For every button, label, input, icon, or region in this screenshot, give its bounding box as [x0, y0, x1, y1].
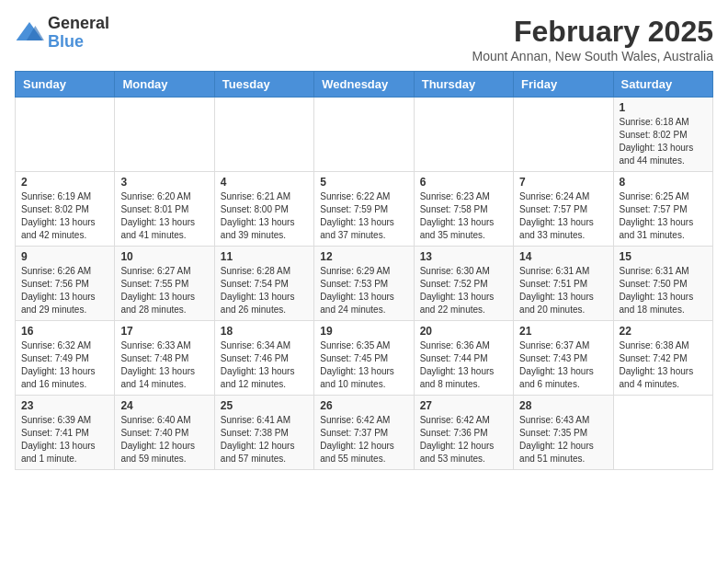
weekday-header-friday: Friday [514, 72, 613, 98]
day-info: Sunrise: 6:33 AM Sunset: 7:48 PM Dayligh… [120, 339, 208, 391]
day-number: 8 [620, 176, 707, 189]
day-number: 22 [620, 325, 707, 338]
logo: General Blue [15, 15, 109, 52]
day-number: 9 [21, 250, 108, 263]
week-row-3: 9Sunrise: 6:26 AM Sunset: 7:56 PM Daylig… [16, 247, 713, 321]
day-info: Sunrise: 6:18 AM Sunset: 8:02 PM Dayligh… [620, 116, 707, 167]
calendar-cell: 6Sunrise: 6:23 AM Sunset: 7:58 PM Daylig… [414, 172, 513, 247]
calendar-cell: 14Sunrise: 6:31 AM Sunset: 7:51 PM Dayli… [514, 247, 613, 321]
day-number: 18 [221, 325, 308, 338]
weekday-header-sunday: Sunday [16, 72, 115, 98]
calendar-cell: 27Sunrise: 6:42 AM Sunset: 7:36 PM Dayli… [414, 396, 513, 470]
calendar-cell: 24Sunrise: 6:40 AM Sunset: 7:40 PM Dayli… [115, 396, 214, 470]
weekday-header-row: SundayMondayTuesdayWednesdayThursdayFrid… [16, 72, 713, 98]
calendar-cell: 3Sunrise: 6:20 AM Sunset: 8:01 PM Daylig… [115, 172, 214, 247]
day-number: 1 [620, 101, 707, 114]
day-info: Sunrise: 6:19 AM Sunset: 8:02 PM Dayligh… [21, 190, 108, 242]
calendar-cell: 17Sunrise: 6:33 AM Sunset: 7:48 PM Dayli… [115, 321, 214, 396]
week-row-2: 2Sunrise: 6:19 AM Sunset: 8:02 PM Daylig… [16, 172, 713, 247]
calendar-cell: 2Sunrise: 6:19 AM Sunset: 8:02 PM Daylig… [16, 172, 115, 247]
week-row-1: 1Sunrise: 6:18 AM Sunset: 8:02 PM Daylig… [16, 98, 713, 172]
day-number: 13 [420, 250, 507, 263]
day-number: 14 [519, 250, 607, 263]
calendar-cell: 5Sunrise: 6:22 AM Sunset: 7:59 PM Daylig… [314, 172, 414, 247]
calendar-cell [214, 98, 313, 172]
day-info: Sunrise: 6:20 AM Sunset: 8:01 PM Dayligh… [120, 190, 208, 242]
calendar-cell: 10Sunrise: 6:27 AM Sunset: 7:55 PM Dayli… [115, 247, 214, 321]
calendar-cell: 7Sunrise: 6:24 AM Sunset: 7:57 PM Daylig… [514, 172, 613, 247]
day-number: 28 [519, 399, 607, 412]
day-info: Sunrise: 6:24 AM Sunset: 7:57 PM Dayligh… [519, 190, 607, 242]
weekday-header-thursday: Thursday [414, 72, 513, 98]
month-year-title: February 2025 [472, 15, 713, 49]
day-info: Sunrise: 6:42 AM Sunset: 7:37 PM Dayligh… [320, 414, 407, 465]
location-subtitle: Mount Annan, New South Wales, Australia [472, 49, 713, 63]
day-info: Sunrise: 6:32 AM Sunset: 7:49 PM Dayligh… [21, 339, 108, 391]
day-number: 10 [120, 250, 208, 263]
calendar-cell: 23Sunrise: 6:39 AM Sunset: 7:41 PM Dayli… [16, 396, 115, 470]
calendar-cell [314, 98, 414, 172]
day-number: 19 [320, 325, 407, 338]
day-info: Sunrise: 6:31 AM Sunset: 7:51 PM Dayligh… [519, 265, 607, 316]
day-number: 6 [420, 176, 507, 189]
calendar-cell: 20Sunrise: 6:36 AM Sunset: 7:44 PM Dayli… [414, 321, 513, 396]
day-info: Sunrise: 6:34 AM Sunset: 7:46 PM Dayligh… [221, 339, 308, 391]
calendar-cell [115, 98, 214, 172]
day-number: 15 [620, 250, 707, 263]
day-info: Sunrise: 6:26 AM Sunset: 7:56 PM Dayligh… [21, 265, 108, 316]
day-info: Sunrise: 6:23 AM Sunset: 7:58 PM Dayligh… [420, 190, 507, 242]
day-info: Sunrise: 6:36 AM Sunset: 7:44 PM Dayligh… [420, 339, 507, 391]
day-number: 25 [221, 399, 308, 412]
calendar-cell: 16Sunrise: 6:32 AM Sunset: 7:49 PM Dayli… [16, 321, 115, 396]
day-number: 7 [519, 176, 607, 189]
calendar-cell: 28Sunrise: 6:43 AM Sunset: 7:35 PM Dayli… [514, 396, 613, 470]
day-number: 20 [420, 325, 507, 338]
day-number: 26 [320, 399, 407, 412]
calendar-cell [414, 98, 513, 172]
calendar-cell [613, 396, 712, 470]
day-info: Sunrise: 6:25 AM Sunset: 7:57 PM Dayligh… [620, 190, 707, 242]
calendar-cell [514, 98, 613, 172]
calendar-cell: 22Sunrise: 6:38 AM Sunset: 7:42 PM Dayli… [613, 321, 712, 396]
calendar-cell: 9Sunrise: 6:26 AM Sunset: 7:56 PM Daylig… [16, 247, 115, 321]
day-info: Sunrise: 6:40 AM Sunset: 7:40 PM Dayligh… [120, 414, 208, 465]
weekday-header-monday: Monday [115, 72, 214, 98]
calendar-cell: 19Sunrise: 6:35 AM Sunset: 7:45 PM Dayli… [314, 321, 414, 396]
weekday-header-wednesday: Wednesday [314, 72, 414, 98]
day-number: 11 [221, 250, 308, 263]
day-info: Sunrise: 6:21 AM Sunset: 8:00 PM Dayligh… [221, 190, 308, 242]
day-info: Sunrise: 6:37 AM Sunset: 7:43 PM Dayligh… [519, 339, 607, 391]
calendar-cell: 4Sunrise: 6:21 AM Sunset: 8:00 PM Daylig… [214, 172, 313, 247]
calendar-cell: 8Sunrise: 6:25 AM Sunset: 7:57 PM Daylig… [613, 172, 712, 247]
page-header: General Blue February 2025 Mount Annan, … [15, 15, 713, 63]
logo-blue-text: Blue [48, 33, 109, 52]
day-info: Sunrise: 6:43 AM Sunset: 7:35 PM Dayligh… [519, 414, 607, 465]
day-number: 4 [221, 176, 308, 189]
day-number: 3 [120, 176, 208, 189]
calendar-cell: 26Sunrise: 6:42 AM Sunset: 7:37 PM Dayli… [314, 396, 414, 470]
day-info: Sunrise: 6:35 AM Sunset: 7:45 PM Dayligh… [320, 339, 407, 391]
calendar-cell: 21Sunrise: 6:37 AM Sunset: 7:43 PM Dayli… [514, 321, 613, 396]
calendar-cell: 15Sunrise: 6:31 AM Sunset: 7:50 PM Dayli… [613, 247, 712, 321]
calendar-cell: 13Sunrise: 6:30 AM Sunset: 7:52 PM Dayli… [414, 247, 513, 321]
calendar-table: SundayMondayTuesdayWednesdayThursdayFrid… [15, 71, 713, 470]
day-number: 23 [21, 399, 108, 412]
day-info: Sunrise: 6:27 AM Sunset: 7:55 PM Dayligh… [120, 265, 208, 316]
calendar-cell: 1Sunrise: 6:18 AM Sunset: 8:02 PM Daylig… [613, 98, 712, 172]
day-number: 27 [420, 399, 507, 412]
day-number: 12 [320, 250, 407, 263]
logo-text: General Blue [48, 15, 109, 52]
day-info: Sunrise: 6:42 AM Sunset: 7:36 PM Dayligh… [420, 414, 507, 465]
day-number: 21 [519, 325, 607, 338]
title-block: February 2025 Mount Annan, New South Wal… [472, 15, 713, 63]
calendar-cell: 12Sunrise: 6:29 AM Sunset: 7:53 PM Dayli… [314, 247, 414, 321]
weekday-header-saturday: Saturday [613, 72, 712, 98]
logo-general-text: General [48, 15, 109, 33]
day-number: 5 [320, 176, 407, 189]
day-number: 16 [21, 325, 108, 338]
day-info: Sunrise: 6:29 AM Sunset: 7:53 PM Dayligh… [320, 265, 407, 316]
calendar-cell: 18Sunrise: 6:34 AM Sunset: 7:46 PM Dayli… [214, 321, 313, 396]
week-row-4: 16Sunrise: 6:32 AM Sunset: 7:49 PM Dayli… [16, 321, 713, 396]
logo-icon [15, 18, 44, 48]
weekday-header-tuesday: Tuesday [214, 72, 313, 98]
